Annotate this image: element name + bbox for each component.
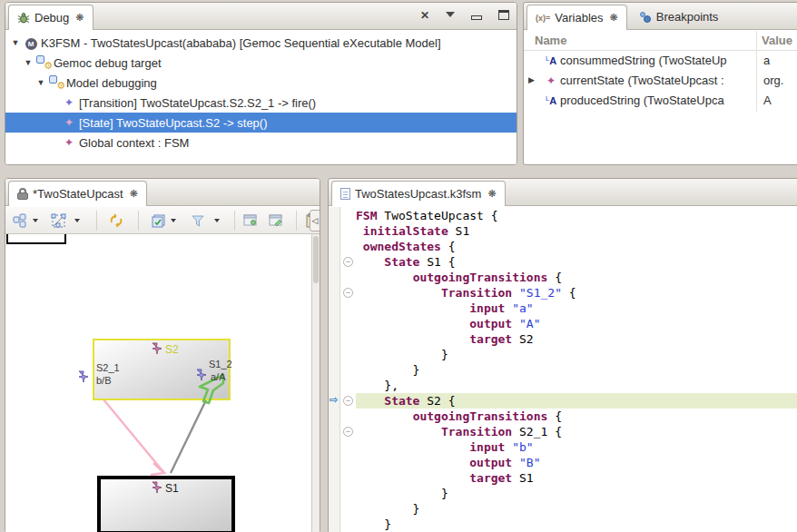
fsm-diagram-canvas[interactable]: S2 S1 S2_1 b/B S1_2 a/A bbox=[5, 234, 311, 532]
debug-tree-item-label: Model debugging bbox=[66, 76, 157, 90]
tab-debug[interactable]: Debug ❋ bbox=[8, 5, 93, 30]
star-magenta-icon: ✦ bbox=[62, 115, 76, 130]
breakpoints-icon bbox=[639, 11, 652, 24]
debug-tree-item[interactable]: ✦[State] TwoStateUpcast.S2 -> step() bbox=[5, 113, 517, 133]
remove-all-terminated-icon[interactable]: ✕ bbox=[420, 10, 429, 21]
code-line[interactable]: } bbox=[356, 486, 797, 501]
expand-arrow-icon[interactable]: ▼ bbox=[11, 38, 20, 47]
variable-value: A bbox=[763, 94, 772, 107]
layers-dropdown-icon[interactable] bbox=[171, 219, 176, 225]
code-line[interactable]: }, bbox=[356, 378, 797, 393]
tab-k3fsm-file[interactable]: TwoStatesUpcast.k3fsm ❋ bbox=[331, 181, 506, 206]
star-magenta-icon: ✦ bbox=[544, 74, 558, 88]
fold-collapse-icon[interactable]: − bbox=[343, 257, 353, 267]
folding-ruler[interactable]: −−−− bbox=[341, 207, 356, 532]
annotation-ruler[interactable]: ⇨ bbox=[329, 207, 340, 532]
code-line[interactable]: } bbox=[356, 347, 797, 362]
maximize-icon[interactable] bbox=[498, 10, 509, 20]
variable-value: a bbox=[763, 54, 770, 67]
debug-tree-item-label: [Transition] TwoStateUpcast.S2.S2_1 -> f… bbox=[79, 96, 316, 110]
code-line[interactable]: outgoingTransitions { bbox=[356, 270, 797, 285]
svg-text:b/B: b/B bbox=[96, 375, 112, 386]
tab-breakpoints-label: Breakpoints bbox=[656, 10, 719, 24]
code-line[interactable]: target S1 bbox=[356, 470, 797, 486]
arrange-all-dropdown-icon[interactable] bbox=[33, 219, 38, 225]
diagram-vertical-scrollbar[interactable] bbox=[311, 234, 320, 532]
collapse-toolbar-icon[interactable]: ◁ bbox=[310, 210, 320, 232]
tab-breakpoints[interactable]: Breakpoints bbox=[630, 4, 728, 29]
variable-row[interactable]: ▶✦currentState (TwoStateUpcast :org. bbox=[524, 71, 797, 91]
code-line[interactable]: Transition S2_1 { bbox=[356, 424, 797, 439]
arrange-all-icon[interactable] bbox=[11, 212, 29, 230]
variable-name: producedString (TwoStateUpca bbox=[560, 94, 754, 107]
column-value[interactable]: Value bbox=[762, 34, 792, 47]
code-line[interactable]: output "B" bbox=[356, 455, 797, 470]
fold-collapse-icon[interactable]: − bbox=[343, 427, 353, 437]
tab-debug-label: Debug bbox=[34, 11, 69, 25]
tab-k3fsm-label: TwoStatesUpcast.k3fsm bbox=[355, 187, 481, 201]
code-line[interactable]: input "a" bbox=[356, 300, 797, 316]
state-s1[interactable]: S1 bbox=[99, 478, 233, 532]
state-s1-label: S1 bbox=[165, 482, 179, 495]
code-line[interactable]: outgoingTransitions { bbox=[356, 409, 797, 424]
code-line[interactable]: target S2 bbox=[356, 331, 797, 347]
lock-icon bbox=[17, 188, 28, 200]
expand-arrow-icon[interactable]: ▼ bbox=[36, 78, 45, 87]
code-tabbar: TwoStatesUpcast.k3fsm ❋ bbox=[329, 179, 797, 206]
code-line[interactable]: initialState S1 bbox=[356, 223, 797, 239]
filter-icon[interactable] bbox=[189, 212, 207, 230]
debug-bug-icon bbox=[17, 12, 30, 25]
debug-tree-item[interactable]: ▼⚙Model debugging bbox=[5, 73, 517, 93]
tab-diagram-close-icon[interactable]: ❋ bbox=[130, 188, 138, 200]
fold-collapse-icon[interactable]: − bbox=[343, 288, 353, 298]
code-line[interactable]: input "b" bbox=[356, 439, 797, 455]
code-line[interactable]: ownedStates { bbox=[356, 239, 797, 254]
tab-variables-close-icon[interactable]: ❋ bbox=[610, 12, 618, 24]
expand-arrow-icon[interactable]: ▼ bbox=[24, 58, 33, 67]
code-editor-area[interactable]: ⇨ −−−− FSM TwoStateUpcast { initialState… bbox=[329, 207, 797, 532]
view-menu-icon[interactable] bbox=[446, 12, 455, 22]
variables-icon: (x)= bbox=[536, 14, 550, 23]
tab-debug-close-icon[interactable]: ❋ bbox=[75, 12, 84, 24]
align-icon[interactable] bbox=[49, 212, 67, 230]
variable-row[interactable]: LAproducedString (TwoStateUpcaA bbox=[524, 91, 797, 111]
filter-dropdown-icon[interactable] bbox=[214, 219, 220, 225]
code-line[interactable]: State S2 { bbox=[356, 393, 797, 409]
code-line[interactable]: State S1 { bbox=[356, 254, 797, 270]
debug-tree-item[interactable]: ✦Global context : FSM bbox=[5, 133, 517, 153]
tab-diagram[interactable]: *TwoStateUpcast ❋ bbox=[8, 181, 147, 206]
debug-tree-item[interactable]: ▼MK3FSM - TwoStatesUpcast(abababa) [Gemo… bbox=[5, 33, 517, 53]
expand-arrow-icon[interactable]: ▶ bbox=[528, 75, 535, 84]
debug-tree-item[interactable]: ▼⚙Gemoc debug target bbox=[5, 53, 517, 73]
minimize-icon[interactable] bbox=[471, 15, 482, 20]
variable-row[interactable]: LAconsummedString (TwoStateUpa bbox=[524, 51, 797, 71]
column-name[interactable]: Name bbox=[535, 34, 566, 47]
svg-text:S1_2: S1_2 bbox=[209, 359, 232, 369]
clipped-shape bbox=[7, 234, 65, 243]
code-text[interactable]: FSM TwoStateUpcast { initialState S1 own… bbox=[356, 208, 797, 532]
refresh-icon[interactable] bbox=[107, 212, 125, 230]
variables-view: (x)= Variables ❋ Breakpoints Name Value … bbox=[523, 2, 797, 165]
tab-k3fsm-close-icon[interactable]: ❋ bbox=[487, 188, 496, 200]
edit-diagram-icon[interactable] bbox=[267, 212, 285, 230]
local-var-icon: LA bbox=[544, 54, 558, 68]
variables-table: Name Value LAconsummedString (TwoStateUp… bbox=[524, 31, 797, 164]
code-line[interactable]: } bbox=[356, 517, 797, 532]
fold-collapse-icon[interactable]: − bbox=[343, 396, 353, 406]
code-line[interactable]: } bbox=[356, 362, 797, 378]
diagram-editor: *TwoStateUpcast ❋ bbox=[5, 178, 320, 532]
debug-tree-item[interactable]: ✦[Transition] TwoStateUpcast.S2.S2_1 -> … bbox=[5, 93, 517, 113]
align-dropdown-icon[interactable] bbox=[74, 219, 80, 225]
code-line[interactable]: } bbox=[356, 501, 797, 517]
tab-variables[interactable]: (x)= Variables ❋ bbox=[526, 5, 627, 30]
state-s2-label: S2 bbox=[165, 343, 179, 356]
svg-text:S2_1: S2_1 bbox=[96, 362, 120, 373]
variables-tabbar: (x)= Variables ❋ Breakpoints bbox=[524, 3, 797, 30]
layers-icon[interactable] bbox=[149, 212, 167, 230]
code-line[interactable]: output "A" bbox=[356, 316, 797, 331]
code-line[interactable]: FSM TwoStateUpcast { bbox=[356, 208, 797, 223]
debug-tree-item-label: Gemoc debug target bbox=[54, 56, 162, 70]
tab-diagram-label: *TwoStateUpcast bbox=[33, 187, 123, 201]
show-diagram-icon[interactable] bbox=[241, 212, 260, 230]
code-line[interactable]: Transition "S1_2" { bbox=[356, 285, 797, 300]
